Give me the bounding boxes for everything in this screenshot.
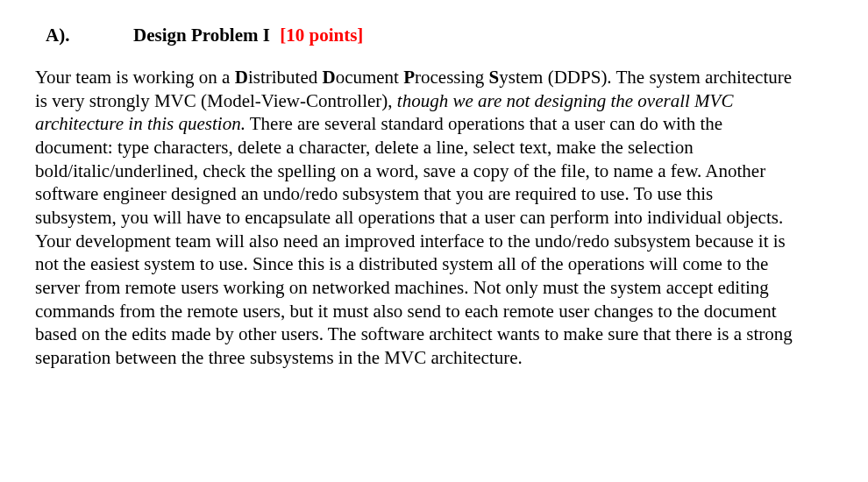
- body-seg08: S: [489, 67, 500, 88]
- body-seg05: ocument: [336, 67, 404, 88]
- problem-body: Your team is working on a Distributed Do…: [35, 66, 798, 370]
- body-seg01: Your team is working on a: [35, 67, 235, 88]
- section-title: Design Problem I: [133, 25, 270, 46]
- body-seg11: There are several standard operations th…: [35, 113, 793, 368]
- body-seg03: istributed: [248, 67, 323, 88]
- section-points: [10 points]: [280, 25, 363, 46]
- body-seg07: rocessing: [415, 67, 489, 88]
- section-title-wrap: Design Problem I [10 points]: [133, 25, 363, 46]
- body-seg02: D: [235, 67, 248, 88]
- document-page: A). Design Problem I [10 points] Your te…: [0, 0, 868, 482]
- section-heading: A). Design Problem I [10 points]: [46, 25, 833, 46]
- section-label: A).: [46, 25, 98, 46]
- body-seg06: P: [403, 67, 415, 88]
- body-seg04: D: [322, 67, 335, 88]
